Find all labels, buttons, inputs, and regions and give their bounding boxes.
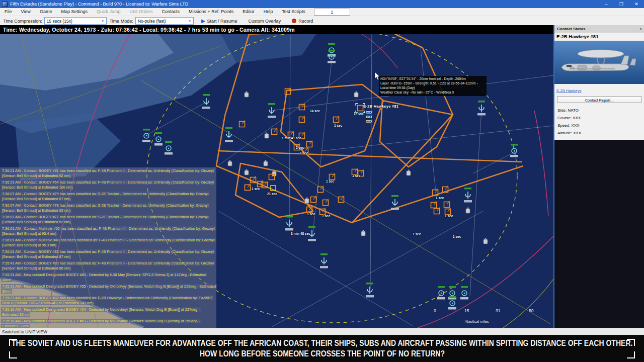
hostile-air-contact[interactable] (269, 173, 275, 180)
contact-age-label: 1 sec (307, 212, 315, 216)
friendly-sub-unit[interactable] (225, 127, 233, 142)
contact-age-label: 14 sec (310, 109, 320, 113)
friendly-sub-unit[interactable] (366, 283, 374, 298)
friendly-ship-unit[interactable] (437, 286, 445, 300)
window-title: Fifth Eskadra (Standalone Play) - Comman… (10, 2, 188, 7)
datum-marker[interactable] (466, 208, 470, 213)
friendly-ship-unit[interactable] (142, 129, 150, 142)
menu-file[interactable]: File (0, 8, 17, 16)
time-compression-select[interactable]: 15 secs (15x) ▾ (44, 17, 107, 25)
menu-editor[interactable]: Editor (238, 8, 259, 16)
friendly-sub-unit[interactable] (320, 253, 328, 268)
datum-marker[interactable] (245, 92, 249, 97)
time-mode-select[interactable]: No-pulse (fast) ▾ (135, 17, 194, 25)
log-message[interactable]: 7:35:16 AM - New contact! Designated BOG… (1, 307, 216, 317)
hostile-air-contact[interactable] (431, 202, 437, 208)
datum-marker[interactable] (265, 133, 269, 138)
log-message[interactable]: 7:36:01 AM - Contact: Multirole #50 has … (1, 226, 216, 236)
datum-marker[interactable] (228, 160, 232, 166)
hostile-air-contact[interactable] (445, 208, 451, 215)
friendly-sub-unit[interactable] (391, 195, 399, 210)
friendly-sub-unit[interactable] (202, 94, 210, 109)
hostile-air-contact[interactable] (311, 196, 316, 203)
contact-db-link[interactable]: E-2B Hawkeye (556, 88, 582, 93)
contact-age-label: 1 sec (326, 179, 335, 183)
contact-age-label: 1 sec (300, 151, 308, 155)
log-message[interactable]: 7:35:31 AM - New contact! Designated BOG… (1, 273, 216, 283)
menu-map-settings[interactable]: Map Settings (56, 8, 92, 16)
friendly-ship-unit[interactable] (165, 141, 173, 155)
status-bar: Switched to UNIT VIEW (0, 328, 644, 335)
contact-speed: Speed: XXX (554, 122, 644, 129)
datum-marker[interactable] (245, 169, 249, 175)
friendly-sub-unit[interactable] (268, 103, 276, 118)
contact-altitude: Altitude: XXX (554, 129, 644, 137)
log-message[interactable]: 7:36:07 AM - Contact: BOGEY #78 has been… (1, 203, 216, 213)
maximize-button[interactable]: ❐ (614, 0, 629, 8)
message-log[interactable]: 7:36:21 AM - Contact: BOGEY #51 has been… (0, 167, 216, 328)
datum-marker[interactable] (305, 198, 309, 203)
friendly-sub-unit[interactable] (464, 188, 472, 203)
start-resume-button[interactable]: ▶ Start / Resume (198, 17, 241, 25)
map-tooltip: N34°04'09", E27°01'44" - 20nm from sel -… (379, 76, 487, 96)
menu-test-scripts[interactable]: Test Scripts (277, 8, 310, 16)
datum-marker[interactable] (407, 170, 411, 175)
datum-marker[interactable] (361, 230, 365, 236)
time-mode-label: Time Mode: (107, 19, 135, 24)
menu-view[interactable]: View (17, 8, 35, 16)
hostile-air-contact[interactable] (334, 116, 339, 123)
hostile-air-contact[interactable] (444, 201, 450, 208)
hostile-air-contact[interactable] (318, 186, 324, 193)
log-message[interactable]: 7:36:07 AM - Contact: BOGEY #77 has been… (1, 215, 216, 225)
record-button[interactable]: Record (288, 17, 316, 25)
menu-game[interactable]: Game (35, 8, 57, 16)
log-message[interactable]: 7:36:01 AM - Contact: Multirole #49 has … (1, 238, 216, 248)
scale-tick: 50 (529, 308, 533, 313)
log-message[interactable]: 7:35:16 AM - New contact! Designated BOG… (1, 319, 216, 328)
friendly-sub-unit[interactable] (477, 101, 486, 116)
friendly-ship-unit[interactable] (154, 132, 163, 146)
log-message[interactable]: 7:35:23 AM - Contact: BOGEY #82 has been… (1, 296, 216, 306)
log-message[interactable]: 7:35:31 AM - New contact! Designated BOG… (1, 284, 216, 294)
sim-time-bar: Time: Wednesday, October 24, 1973 - Zulu… (0, 25, 553, 34)
svg-text:603: 603 (570, 67, 574, 70)
tactical-map[interactable]: 14 sec14 sec1 sec1 min 41 sec1 sec1 sec2… (0, 25, 553, 328)
selected-unit-label[interactable]: E-2B Hawkeye #81 (363, 104, 398, 109)
log-message[interactable]: 7:36:07 AM - Contact: BOGEY #79 has been… (1, 192, 216, 202)
friendly-ship-unit[interactable] (460, 286, 468, 300)
contact-age-label: 3 min 48 sec (291, 232, 310, 235)
contact-report-button[interactable]: Contact Report... (557, 96, 641, 103)
log-message[interactable]: 7:36:21 AM - Contact: BOGEY #51 has been… (1, 168, 216, 178)
hostile-air-contact[interactable] (299, 116, 305, 123)
contact-age-label: 1 sec (352, 174, 361, 177)
datum-marker[interactable] (354, 92, 358, 97)
log-message[interactable]: 7:35:41 AM - Contact: BOGEY #80 has been… (1, 261, 216, 271)
log-message[interactable]: 7:36:01 AM - Contact: BOGEY #83 has been… (1, 249, 216, 259)
hostile-air-contact[interactable] (307, 141, 312, 147)
custom-overlay-button[interactable]: Custom Overlay (245, 17, 285, 25)
hostile-air-contact[interactable] (245, 184, 251, 191)
time-mode-value: No-pulse (fast) (138, 19, 166, 24)
close-button[interactable]: ✕ (629, 0, 644, 8)
menu-help[interactable]: Help (259, 8, 278, 16)
contact-status-panel: Contact Status « E-2B Hawkeye #81 (553, 25, 644, 328)
hostile-air-contact[interactable] (323, 199, 329, 206)
scale-tick: 0 (434, 308, 436, 313)
hostile-air-contact[interactable] (272, 128, 277, 135)
friendly-ship-unit[interactable] (510, 144, 518, 157)
menu-contacts[interactable]: Contacts (157, 8, 184, 16)
hostile-air-contact[interactable] (434, 208, 440, 214)
time-compression-value: 15 secs (15x) (47, 19, 72, 24)
collapse-panel-icon[interactable]: « (638, 28, 642, 30)
log-message[interactable]: 7:36:21 AM - Contact: BOGEY #54 has been… (1, 180, 216, 190)
datum-marker[interactable] (264, 160, 268, 166)
datum-marker[interactable] (484, 238, 488, 244)
bearing-line (370, 30, 372, 289)
menu-missions-ref-points[interactable]: Missions + Ref. Points (184, 8, 238, 16)
hostile-air-contact[interactable] (239, 121, 245, 127)
contact-age-label: 1 sec (436, 196, 444, 200)
contact-age-label: 1 sec (252, 187, 260, 191)
hostile-air-contact[interactable] (339, 196, 344, 203)
hostile-air-contact[interactable] (330, 173, 335, 180)
minimize-button[interactable]: – (599, 0, 614, 8)
